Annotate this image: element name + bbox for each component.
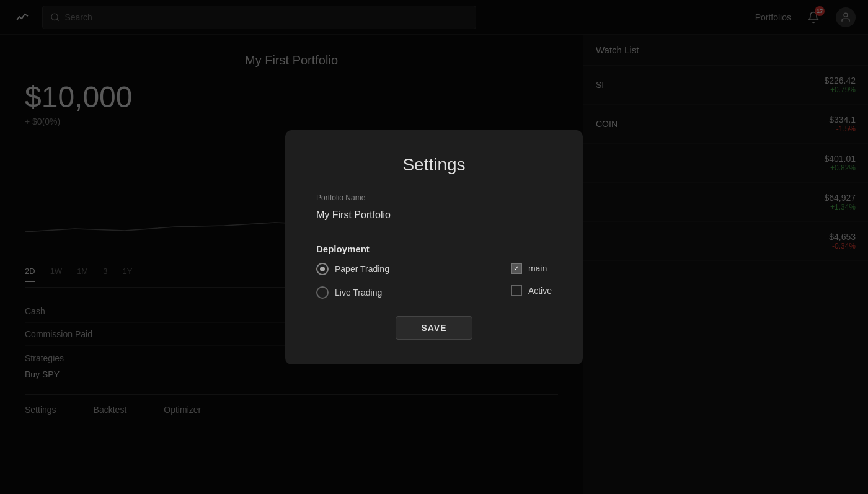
- save-btn-container: SAVE: [316, 316, 552, 340]
- deployment-title: Deployment: [316, 244, 552, 254]
- modal-overlay[interactable]: Settings Portfolio Name Deployment Paper…: [0, 0, 868, 494]
- radio-label-paper: Paper Trading: [335, 264, 389, 274]
- deployment-options: Paper Trading Live Trading main Active: [316, 263, 552, 299]
- save-button[interactable]: SAVE: [396, 316, 472, 340]
- checkbox-label-active: Active: [528, 286, 552, 296]
- checkbox-box-main: [511, 263, 522, 274]
- checkbox-label-main: main: [528, 263, 547, 273]
- modal-title: Settings: [316, 155, 552, 175]
- radio-circle-live: [316, 286, 329, 299]
- deployment-section: Deployment Paper Trading Live Trading: [316, 244, 552, 299]
- radio-group: Paper Trading Live Trading: [316, 263, 389, 299]
- checkbox-main[interactable]: main: [511, 263, 552, 274]
- radio-label-live: Live Trading: [335, 288, 382, 298]
- radio-live-trading[interactable]: Live Trading: [316, 286, 389, 299]
- checkbox-group: main Active: [511, 263, 552, 299]
- checkbox-box-active: [511, 285, 522, 296]
- radio-paper-trading[interactable]: Paper Trading: [316, 263, 389, 275]
- radio-circle-paper: [316, 263, 329, 275]
- portfolio-name-label: Portfolio Name: [316, 193, 552, 202]
- checkbox-active[interactable]: Active: [511, 285, 552, 296]
- portfolio-name-input[interactable]: [316, 207, 552, 226]
- settings-modal: Settings Portfolio Name Deployment Paper…: [285, 130, 583, 364]
- portfolio-name-group: Portfolio Name: [316, 193, 552, 226]
